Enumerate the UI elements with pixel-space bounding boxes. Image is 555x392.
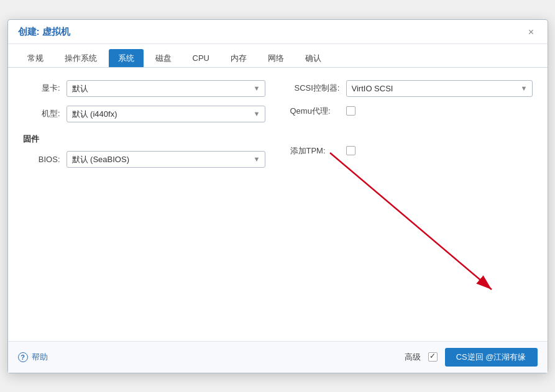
form-right: SCSI控制器: VirtIO SCSI ▼ Qemu代理: xyxy=(290,80,533,176)
form-left: 显卡: 默认 ▼ 机型: 默认 (i440fx) ▼ xyxy=(23,80,265,176)
bios-select[interactable]: 默认 (SeaBIOS) xyxy=(67,151,265,168)
model-label: 机型: xyxy=(23,108,67,119)
tab-network[interactable]: 网络 xyxy=(259,49,293,67)
dialog-title: 创建: 虚拟机 xyxy=(18,26,70,38)
next-button[interactable]: CS逆回 @江湖有缘 xyxy=(445,348,538,367)
tpm-label: 添加TPM: xyxy=(290,145,346,157)
display-label: 显卡: xyxy=(23,83,67,94)
tab-bar: 常规 操作系统 系统 磁盘 CPU 内存 网络 确认 xyxy=(8,44,548,68)
scsi-select[interactable]: VirtIO SCSI xyxy=(346,80,533,97)
scsi-label: SCSI控制器: xyxy=(290,83,346,94)
tab-confirm[interactable]: 确认 xyxy=(296,49,331,67)
tab-os[interactable]: 操作系统 xyxy=(55,49,106,67)
scsi-row: SCSI控制器: VirtIO SCSI ▼ xyxy=(290,80,533,97)
form-section: 显卡: 默认 ▼ 机型: 默认 (i440fx) ▼ xyxy=(23,80,533,176)
footer: ? 帮助 高级 CS逆回 @江湖有缘 xyxy=(8,341,548,373)
help-section[interactable]: ? 帮助 xyxy=(18,352,48,363)
qemu-label: Qemu代理: xyxy=(290,106,346,117)
bios-label: BIOS: xyxy=(23,155,67,164)
qemu-checkbox[interactable] xyxy=(346,106,355,116)
model-select-wrap: 默认 (i440fx) ▼ xyxy=(67,106,265,122)
close-button[interactable]: × xyxy=(525,26,538,39)
title-bar: 创建: 虚拟机 × xyxy=(8,20,548,44)
tpm-row: 添加TPM: xyxy=(290,145,533,157)
tab-disk[interactable]: 磁盘 xyxy=(146,49,181,67)
help-label: 帮助 xyxy=(32,352,48,363)
model-row: 机型: 默认 (i440fx) ▼ xyxy=(23,106,265,122)
tab-general[interactable]: 常规 xyxy=(18,49,53,67)
tab-memory[interactable]: 内存 xyxy=(221,49,256,67)
advanced-label: 高级 xyxy=(405,352,421,363)
display-row: 显卡: 默认 ▼ xyxy=(23,80,265,97)
firmware-title: 固件 xyxy=(23,134,265,145)
scsi-select-wrap: VirtIO SCSI ▼ xyxy=(346,80,533,97)
display-select[interactable]: 默认 xyxy=(67,80,265,97)
display-select-wrap: 默认 ▼ xyxy=(67,80,265,97)
bios-row: BIOS: 默认 (SeaBIOS) ▼ xyxy=(23,151,265,168)
bios-select-wrap: 默认 (SeaBIOS) ▼ xyxy=(67,151,265,168)
footer-right: 高级 CS逆回 @江湖有缘 xyxy=(405,348,538,367)
form-content: 显卡: 默认 ▼ 机型: 默认 (i440fx) ▼ xyxy=(8,68,548,341)
tpm-checkbox[interactable] xyxy=(346,146,355,155)
qemu-row: Qemu代理: xyxy=(290,106,533,117)
advanced-checkbox[interactable] xyxy=(428,352,438,362)
tab-system[interactable]: 系统 xyxy=(109,49,144,67)
model-select[interactable]: 默认 (i440fx) xyxy=(67,106,265,122)
help-icon: ? xyxy=(18,352,28,362)
tab-cpu[interactable]: CPU xyxy=(183,50,219,66)
create-vm-dialog: 创建: 虚拟机 × 常规 操作系统 系统 磁盘 CPU 内存 网络 确认 显卡:… xyxy=(7,19,548,373)
